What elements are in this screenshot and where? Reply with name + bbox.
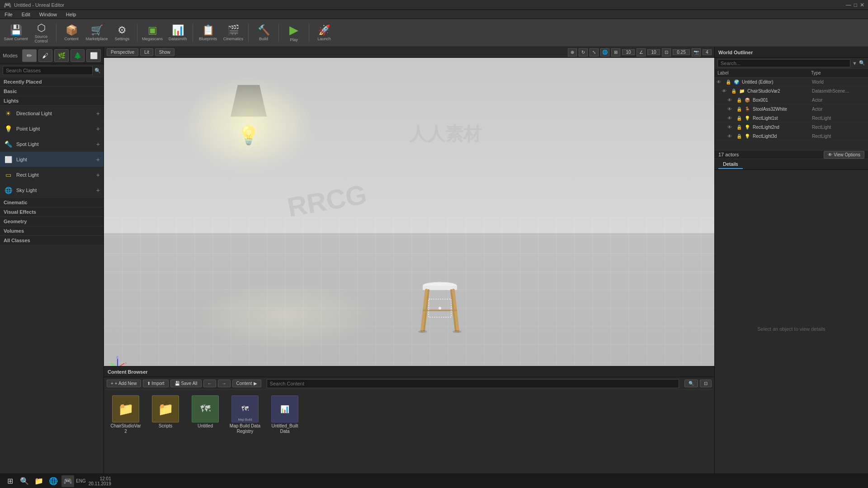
lock-icon-3[interactable]: 🔒	[736, 98, 743, 103]
vp-angle-btn[interactable]: ∠	[637, 48, 646, 56]
place-item-directional-light[interactable]: ☀ Directional Light +	[0, 106, 104, 121]
details-tab[interactable]: Details	[718, 160, 743, 169]
search-taskbar-button[interactable]: 🔍	[18, 475, 31, 487]
vp-scale-snap-btn[interactable]: ⊡	[662, 48, 671, 56]
back-button[interactable]: ←	[203, 380, 216, 387]
place-item-light[interactable]: ⬜ Light +	[0, 152, 104, 167]
vp-grid-btn[interactable]: ⊞	[611, 48, 620, 56]
save-all-button[interactable]: 💾 Save All	[170, 380, 202, 387]
marketplace-button[interactable]: 🛒 Marketplace	[85, 21, 109, 45]
place-item-spot-light[interactable]: 🔦 Spot Light +	[0, 136, 104, 152]
geometry-mode-btn[interactable]: ⬜	[86, 49, 101, 62]
wo-item-box001[interactable]: 👁 🔒 📦 Box001 Actor	[715, 96, 868, 105]
foliage-mode-btn[interactable]: 🌲	[71, 49, 85, 62]
launch-button[interactable]: 🚀 Launch	[312, 21, 336, 45]
add-new-button[interactable]: + + Add New	[107, 380, 141, 387]
megascans-button[interactable]: ▣ Megascans	[140, 21, 165, 45]
content-path-button[interactable]: Content ▶	[232, 380, 261, 387]
category-recently-placed[interactable]: Recently Placed	[0, 77, 104, 87]
viewport[interactable]: 💡	[104, 58, 714, 366]
menu-edit[interactable]: Edit	[20, 11, 32, 18]
category-all-classes[interactable]: All Classes	[0, 236, 104, 245]
eye-icon-3[interactable]: 👁	[727, 98, 735, 103]
category-basic[interactable]: Basic	[0, 87, 104, 96]
vp-grid-size[interactable]: 10	[622, 49, 635, 55]
wo-item-rectlight2[interactable]: 👁 🔒 💡 RectLight2nd RectLight	[715, 123, 868, 132]
vp-cam-val[interactable]: 4	[703, 49, 712, 55]
cb-item-untitled-built[interactable]: 📊 Untitled_Built Data	[267, 394, 303, 436]
category-cinematic[interactable]: Cinematic	[0, 198, 104, 207]
vp-world-btn[interactable]: 🌐	[600, 48, 609, 56]
category-volumes[interactable]: Volumes	[0, 226, 104, 236]
vp-scale-btn[interactable]: ⤡	[590, 48, 599, 56]
wo-item-chairstudio[interactable]: 👁 🔒 📁 ChairStudioVar2 DatasmithScene...	[715, 87, 868, 96]
spot-light-add[interactable]: +	[96, 141, 100, 148]
eye-icon-1[interactable]: 👁	[717, 80, 724, 84]
place-item-sky-light[interactable]: 🌐 Sky Light +	[0, 183, 104, 198]
lock-icon-5[interactable]: 🔒	[736, 116, 743, 121]
eye-icon-2[interactable]: 👁	[722, 89, 729, 94]
wo-search-icon[interactable]: 🔍	[859, 60, 865, 66]
cb-item-scripts[interactable]: 📁 Scripts	[147, 394, 184, 436]
lock-icon-4[interactable]: 🔒	[736, 107, 743, 112]
wo-item-untitled-editor[interactable]: 👁 🔒 🌍 Untitled (Editor) World	[715, 78, 868, 87]
eye-icon-6[interactable]: 👁	[727, 125, 735, 130]
eye-icon-4[interactable]: 👁	[727, 107, 735, 112]
perspective-button[interactable]: Perspective	[107, 48, 138, 56]
light-add[interactable]: +	[96, 156, 100, 163]
menu-window[interactable]: Window	[38, 11, 59, 18]
category-geometry[interactable]: Geometry	[0, 217, 104, 226]
blueprints-button[interactable]: 📋 Blueprints	[196, 21, 220, 45]
close-button[interactable]: ✕	[860, 2, 864, 8]
category-lights[interactable]: Lights	[0, 96, 104, 106]
vp-scale-snap-val[interactable]: 0.25	[673, 49, 690, 55]
landscape-mode-btn[interactable]: 🌿	[54, 49, 69, 62]
forward-button[interactable]: →	[218, 380, 231, 387]
cb-item-map-build[interactable]: 🗺 Map Build Map Build Data Registry	[227, 394, 263, 436]
cb-item-untitled[interactable]: 🗺 Untitled	[187, 394, 223, 436]
lock-icon-1[interactable]: 🔒	[726, 80, 732, 84]
menu-file[interactable]: File	[3, 11, 14, 18]
wo-filter-icon[interactable]: ▼	[852, 61, 857, 66]
import-button[interactable]: ⬆ Import	[143, 380, 169, 387]
wo-item-rectlight1[interactable]: 👁 🔒 💡 RectLight1st RectLight	[715, 114, 868, 123]
wo-view-options-button[interactable]: 👁 View Options	[824, 151, 864, 159]
cb-item-chairstudiovar2[interactable]: 📁 ChairStudioVar2	[108, 394, 144, 436]
wo-item-stool[interactable]: 👁 🔒 🪑 StoolAss32White Actor	[715, 105, 868, 114]
placement-mode-btn[interactable]: ✏	[22, 49, 37, 62]
wo-search-input[interactable]	[717, 59, 850, 67]
directional-light-add[interactable]: +	[96, 110, 100, 117]
lock-icon-6[interactable]: 🔒	[736, 125, 743, 130]
play-button[interactable]: ▶ Play	[282, 21, 306, 45]
minimize-button[interactable]: —	[846, 2, 851, 8]
vp-rotate-btn[interactable]: ↻	[579, 48, 588, 56]
content-button[interactable]: 📦 Content	[59, 21, 84, 45]
cb-search-go-button[interactable]: 🔍	[684, 380, 698, 387]
file-explorer-button[interactable]: 📁	[33, 475, 45, 487]
build-button[interactable]: 🔨 Build	[251, 21, 276, 45]
save-current-button[interactable]: 💾 Save Current	[4, 21, 28, 45]
vp-translate-btn[interactable]: ⊕	[568, 48, 577, 56]
datasmith-button[interactable]: 📊 Datasmith	[165, 21, 190, 45]
lock-icon-2[interactable]: 🔒	[731, 89, 737, 94]
lit-button[interactable]: Lit	[140, 48, 153, 56]
vp-camera-btn[interactable]: 📷	[692, 48, 701, 56]
point-light-add[interactable]: +	[96, 125, 100, 132]
show-button[interactable]: Show	[155, 48, 175, 56]
unreal-taskbar-button[interactable]: 🎮	[61, 475, 74, 487]
vp-angle-size[interactable]: 10	[647, 49, 660, 55]
place-item-rect-light[interactable]: ▭ Rect Light +	[0, 167, 104, 183]
source-control-button[interactable]: ⬡ Source Control	[29, 21, 53, 45]
cinematics-button[interactable]: 🎬 Cinematics	[221, 21, 245, 45]
edge-button[interactable]: 🌐	[47, 475, 60, 487]
settings-button[interactable]: ⚙ Settings	[110, 21, 134, 45]
cb-options-button[interactable]: ⊡	[700, 380, 712, 387]
start-button[interactable]: ⊞	[4, 475, 16, 487]
cb-search-input[interactable]	[267, 379, 679, 388]
wo-item-rectlight3[interactable]: 👁 🔒 💡 RectLight3d RectLight	[715, 132, 868, 141]
category-visual-effects[interactable]: Visual Effects	[0, 207, 104, 217]
eye-icon-5[interactable]: 👁	[727, 116, 735, 121]
paint-mode-btn[interactable]: 🖌	[38, 49, 53, 62]
rect-light-add[interactable]: +	[96, 171, 100, 178]
menu-help[interactable]: Help	[64, 11, 78, 18]
